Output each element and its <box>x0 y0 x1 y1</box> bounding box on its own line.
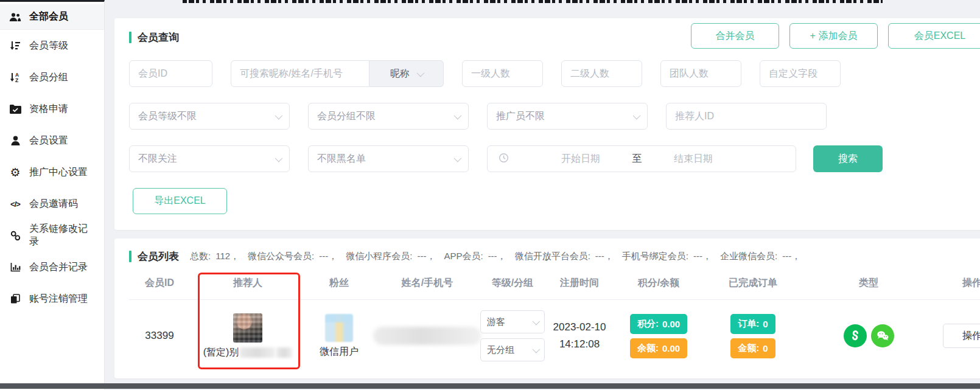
referrer-id-input[interactable] <box>666 103 827 130</box>
bar-chart-icon <box>9 262 22 272</box>
filter-row-1: 昵称 <box>129 60 980 87</box>
stat-work-wechat: 企业微信会员:---， <box>720 251 800 262</box>
gear-icon: ⚙ <box>9 167 22 178</box>
chevron-down-icon <box>275 111 283 119</box>
member-id-input[interactable] <box>129 60 212 87</box>
level1-count-input[interactable] <box>462 60 543 87</box>
col-referrer: 推荐人 <box>190 277 306 290</box>
fan-cell: 微信用户 <box>306 314 373 358</box>
window-bottom-edge <box>0 383 980 389</box>
balance-badge: 余额:0.00 <box>630 338 687 358</box>
sidebar-item-account-cancel[interactable]: 账号注销管理 <box>0 283 104 315</box>
keyword-search-combo: 昵称 <box>231 60 444 87</box>
title-accent-bar <box>129 32 131 43</box>
custom-field-input[interactable] <box>760 60 841 87</box>
member-level-select[interactable]: 会员等级不限 <box>129 103 290 130</box>
col-name-phone: 姓名/手机号 <box>373 277 482 290</box>
referrer-cell: (暂定)别 <box>190 313 306 359</box>
type-cell <box>805 324 933 347</box>
chevron-down-icon <box>533 345 541 353</box>
level2-count-input[interactable] <box>561 60 642 87</box>
stat-total: 总数:112， <box>190 251 239 262</box>
stat-open-platform: 微信开放平台会员:---， <box>515 251 614 262</box>
fan-avatar[interactable] <box>325 314 353 342</box>
chevron-down-icon <box>417 69 425 77</box>
miniprogram-icon <box>844 324 867 347</box>
sidebar-item-label: 关系链修改记录 <box>29 223 96 248</box>
code-icon: </> <box>9 200 22 209</box>
sidebar-item-label: 推广中心设置 <box>29 166 88 179</box>
add-member-button[interactable]: + 添加会员 <box>789 23 878 49</box>
row-action-button[interactable]: 操作 <box>943 324 980 348</box>
search-button[interactable]: 搜索 <box>813 145 883 172</box>
sidebar-item-member-settings[interactable]: 会员设置 <box>0 125 104 156</box>
redacted-text <box>240 347 275 358</box>
user-icon <box>9 136 22 145</box>
promoter-select[interactable]: 推广员不限 <box>487 103 648 130</box>
clock-icon <box>499 153 509 165</box>
stat-app: APP会员:---， <box>444 251 506 262</box>
sidebar-item-label: 全部会员 <box>29 10 68 23</box>
app-window: 全部会员 会员等级 AZ 会员分组 资格申请 会员设置 ⚙ <box>0 0 980 390</box>
col-level-group: 等级/分组 <box>482 277 543 290</box>
sidebar-item-label: 会员合并记录 <box>29 261 88 274</box>
chevron-down-icon <box>454 154 462 162</box>
date-to-label: 至 <box>632 153 642 165</box>
sidebar-item-member-group[interactable]: AZ 会员分组 <box>0 61 104 93</box>
sidebar-item-label: 会员设置 <box>29 134 68 147</box>
redacted-text <box>276 347 292 358</box>
member-group-select[interactable]: 会员分组不限 <box>308 103 469 130</box>
keyword-input[interactable] <box>231 60 369 87</box>
col-completed-orders: 已完成订单 <box>701 277 805 290</box>
sidebar-item-relation-log[interactable]: 关系链修改记录 <box>0 220 104 251</box>
sidebar-item-qualification[interactable]: 资格申请 <box>0 93 104 125</box>
sidebar-item-label: 会员分组 <box>29 71 68 84</box>
copy-icon <box>9 294 22 304</box>
stat-wechat-official: 微信公众号会员:---， <box>248 251 337 262</box>
sidebar-item-invite-code[interactable]: </> 会员邀请码 <box>0 188 104 220</box>
clipped-top-text <box>183 0 883 3</box>
filter-row-3: 不限关注 不限黑名单 开始日期 至 结束日期 搜索 <box>129 145 980 172</box>
chevron-down-icon <box>454 111 462 119</box>
sidebar: 全部会员 会员等级 AZ 会员分组 资格申请 会员设置 ⚙ <box>0 0 105 390</box>
export-excel-button[interactable]: 导出EXCEL <box>133 188 227 214</box>
member-stats: 总数:112， 微信公众号会员:---， 微信小程序会员:---， APP会员:… <box>190 251 809 262</box>
list-header: 会员列表 总数:112， 微信公众号会员:---， 微信小程序会员:---， A… <box>129 249 980 263</box>
chevron-down-icon <box>275 154 283 162</box>
sidebar-item-merge-log[interactable]: 会员合并记录 <box>0 251 104 283</box>
folder-check-icon <box>9 105 22 114</box>
blacklist-filter-select[interactable]: 不限黑名单 <box>308 145 469 172</box>
sidebar-item-label: 资格申请 <box>29 103 68 116</box>
follow-filter-select[interactable]: 不限关注 <box>129 145 290 172</box>
row-level-select[interactable]: 游客 <box>480 310 545 333</box>
referrer-avatar[interactable] <box>233 313 262 343</box>
users-icon <box>9 12 22 22</box>
col-fans: 粉丝 <box>306 277 373 290</box>
merge-members-button[interactable]: 合并会员 <box>691 23 779 49</box>
col-type: 类型 <box>805 277 933 290</box>
member-list-panel: 会员列表 总数:112， 微信公众号会员:---， 微信小程序会员:---， A… <box>114 239 980 378</box>
svg-text:Z: Z <box>15 77 18 82</box>
row-group-select[interactable]: 无分组 <box>480 338 545 361</box>
end-date-placeholder[interactable]: 结束日期 <box>674 153 713 165</box>
keyword-type-select[interactable]: 昵称 <box>369 60 444 87</box>
points-badge: 积分:0.00 <box>630 314 687 334</box>
team-count-input[interactable] <box>660 60 741 87</box>
referrer-name: (暂定)别 <box>203 346 239 359</box>
sidebar-item-member-level[interactable]: 会员等级 <box>0 30 104 61</box>
sidebar-item-all-members[interactable]: 全部会员 <box>0 4 104 30</box>
fan-name: 微信用户 <box>320 346 359 358</box>
link-icon <box>9 231 22 241</box>
chevron-down-icon <box>633 111 641 119</box>
member-query-panel: 会员查询 合并会员 + 添加会员 会员EXCEL 昵称 <box>114 18 980 230</box>
register-time: 2023-02-10 14:12:08 <box>553 319 606 353</box>
col-register-time: 注册时间 <box>543 277 616 290</box>
sort-amount-icon <box>9 41 22 50</box>
sidebar-item-promotion-settings[interactable]: ⚙ 推广中心设置 <box>0 156 104 188</box>
date-range-picker[interactable]: 开始日期 至 结束日期 <box>487 145 796 172</box>
stat-phone-bound: 手机号绑定会员:---， <box>622 251 712 262</box>
member-excel-button[interactable]: 会员EXCEL <box>888 23 980 49</box>
orders-badge: 订单:0 <box>730 314 775 334</box>
start-date-placeholder[interactable]: 开始日期 <box>561 153 600 165</box>
member-id-value: 33399 <box>145 330 173 342</box>
